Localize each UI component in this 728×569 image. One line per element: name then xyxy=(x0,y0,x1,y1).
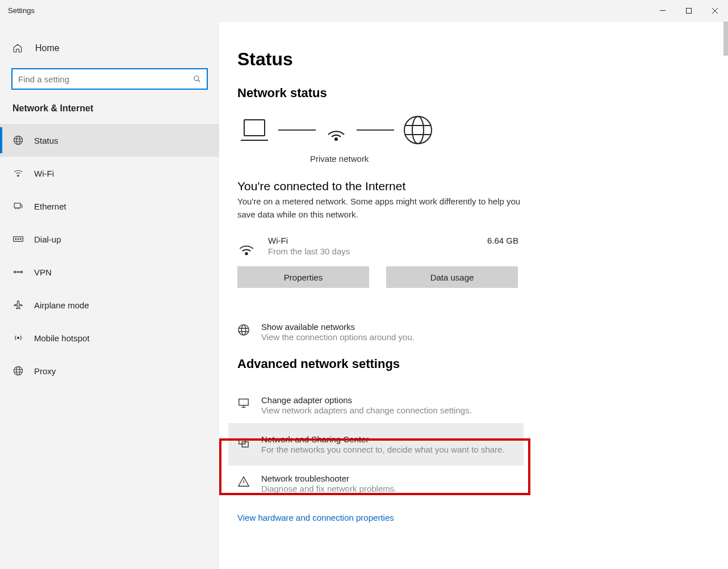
option-title: Network troubleshooter xyxy=(261,474,396,483)
sidebar-item-vpn[interactable]: VPN xyxy=(0,256,219,288)
usage-name: Wi-Fi xyxy=(268,236,487,245)
option-desc: Diagnose and fix network problems. xyxy=(261,484,396,493)
nav-label: Ethernet xyxy=(34,202,66,211)
hardware-link[interactable]: View hardware and connection properties xyxy=(237,513,728,522)
svg-point-9 xyxy=(18,239,19,240)
nav-list: StatusWi-FiEthernetDial-upVPNAirplane mo… xyxy=(0,124,219,569)
sidebar-item-wi-fi[interactable]: Wi-Fi xyxy=(0,157,219,190)
svg-point-4 xyxy=(16,136,20,145)
connector-line xyxy=(357,129,394,131)
share-icon xyxy=(237,436,251,449)
nav-label: VPN xyxy=(34,267,52,277)
svg-point-3 xyxy=(14,136,23,145)
svg-point-21 xyxy=(245,253,248,255)
advanced-option-change-adapter-options[interactable]: Change adapter optionsView network adapt… xyxy=(237,387,533,423)
show-networks-option[interactable]: Show available networks View the connect… xyxy=(237,314,533,350)
wifi-icon xyxy=(324,118,349,143)
svg-point-5 xyxy=(18,175,19,176)
svg-point-13 xyxy=(18,271,19,273)
nav-label: Status xyxy=(34,136,58,145)
option-desc: View the connection options around you. xyxy=(261,332,415,342)
usage-period: From the last 30 days xyxy=(268,246,487,256)
svg-point-20 xyxy=(412,116,424,144)
wifi-icon xyxy=(237,238,256,256)
connected-desc: You're on a metered network. Some apps m… xyxy=(237,195,521,221)
network-diagram xyxy=(239,114,728,146)
nav-label: Dial-up xyxy=(34,235,61,244)
ethernet-icon xyxy=(12,201,24,211)
globe-icon xyxy=(12,135,24,145)
globe-icon xyxy=(12,366,24,376)
svg-rect-1 xyxy=(687,8,692,13)
svg-rect-6 xyxy=(14,203,20,208)
minimize-button[interactable] xyxy=(650,0,676,21)
svg-point-15 xyxy=(14,367,23,375)
nav-label: Airplane mode xyxy=(34,300,89,310)
svg-point-11 xyxy=(14,271,16,273)
properties-button[interactable]: Properties xyxy=(237,266,369,288)
wifi-icon xyxy=(12,168,24,178)
airplane-icon xyxy=(12,300,24,310)
titlebar: Settings xyxy=(0,0,728,22)
vpn-icon xyxy=(12,268,24,276)
dialup-icon xyxy=(12,235,24,243)
svg-point-14 xyxy=(18,337,19,339)
svg-rect-0 xyxy=(660,10,666,11)
monitor-icon xyxy=(237,397,251,409)
network-type: Private network xyxy=(310,154,728,164)
svg-point-16 xyxy=(16,367,20,375)
laptop-icon xyxy=(239,118,270,143)
close-button[interactable] xyxy=(702,0,728,21)
sidebar-home[interactable]: Home xyxy=(0,37,219,59)
option-title: Change adapter options xyxy=(261,395,472,405)
svg-rect-17 xyxy=(244,120,265,136)
nav-label: Wi-Fi xyxy=(34,169,54,178)
connector-line xyxy=(278,129,316,131)
option-desc: For the networks you connect to, decide … xyxy=(261,445,505,454)
option-title: Network and Sharing Center xyxy=(261,434,505,444)
search-input[interactable] xyxy=(18,74,193,84)
window-controls xyxy=(650,0,728,21)
sidebar-item-airplane-mode[interactable]: Airplane mode xyxy=(0,288,219,321)
main-content: Status Network status Private network Yo… xyxy=(219,22,728,569)
sidebar-item-proxy[interactable]: Proxy xyxy=(0,354,219,387)
option-title: Show available networks xyxy=(261,322,415,332)
globe-icon xyxy=(237,324,251,336)
svg-point-18 xyxy=(335,138,337,140)
sidebar-category: Network & Internet xyxy=(0,103,219,124)
svg-point-19 xyxy=(404,116,432,144)
window-title: Settings xyxy=(0,6,35,15)
sidebar-item-mobile-hotspot[interactable]: Mobile hotspot xyxy=(0,321,219,354)
search-box[interactable] xyxy=(11,68,208,90)
search-icon xyxy=(193,75,201,83)
sidebar: Home Network & Internet StatusWi-FiEther… xyxy=(0,22,219,569)
maximize-button[interactable] xyxy=(676,0,702,21)
scrollbar[interactable] xyxy=(723,22,728,56)
usage-amount: 6.64 GB xyxy=(487,236,518,245)
page-title: Status xyxy=(237,49,728,70)
usage-row: Wi-Fi From the last 30 days 6.64 GB xyxy=(237,236,518,256)
svg-point-22 xyxy=(239,325,249,335)
nav-label: Mobile hotspot xyxy=(34,333,90,343)
connected-title: You're connected to the Internet xyxy=(237,179,728,193)
advanced-option-network-and-sharing-center[interactable]: Network and Sharing CenterFor the networ… xyxy=(228,423,524,466)
home-icon xyxy=(12,43,23,53)
svg-point-8 xyxy=(15,239,16,240)
nav-label: Proxy xyxy=(34,366,56,376)
svg-rect-24 xyxy=(239,399,249,405)
home-label: Home xyxy=(35,43,60,53)
svg-point-12 xyxy=(20,271,22,273)
svg-point-23 xyxy=(241,325,245,335)
data-usage-button[interactable]: Data usage xyxy=(386,266,518,288)
sidebar-item-status[interactable]: Status xyxy=(0,124,219,157)
section-title: Network status xyxy=(237,86,728,101)
option-desc: View network adapters and change connect… xyxy=(261,405,472,415)
svg-point-10 xyxy=(20,239,21,240)
globe-icon xyxy=(402,114,434,146)
sidebar-item-ethernet[interactable]: Ethernet xyxy=(0,190,219,223)
svg-point-2 xyxy=(194,76,199,81)
warning-icon xyxy=(237,475,251,488)
hotspot-icon xyxy=(12,333,24,343)
sidebar-item-dial-up[interactable]: Dial-up xyxy=(0,223,219,256)
advanced-option-network-troubleshooter[interactable]: Network troubleshooterDiagnose and fix n… xyxy=(237,466,533,501)
